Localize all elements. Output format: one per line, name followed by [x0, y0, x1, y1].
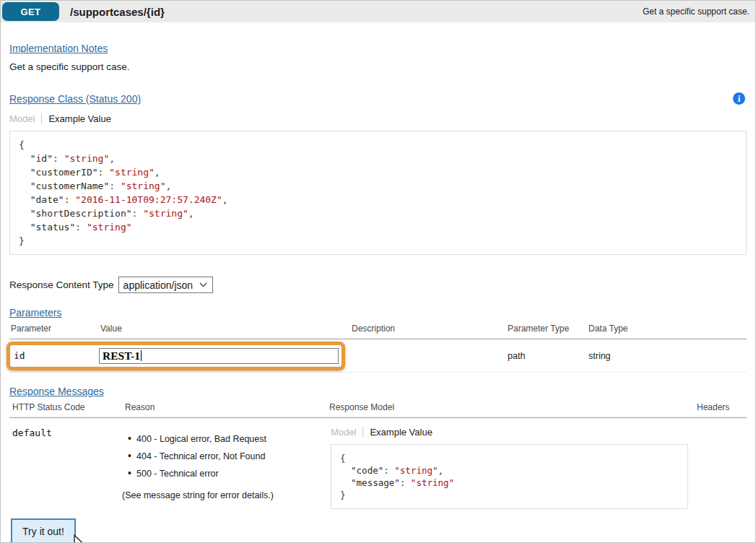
endpoint-summary: Get a specific support case.	[643, 6, 750, 17]
col-parameter: Parameter	[9, 323, 99, 334]
error-example-code: { "code": "string", "message": "string"}	[331, 444, 688, 509]
col-data-type: Data Type	[587, 323, 747, 334]
parameter-value-text: REST-1	[103, 349, 140, 362]
reason-item: 400 - Logical error, Bad Request	[128, 434, 326, 445]
col-parameter-type: Parameter Type	[506, 323, 587, 334]
status-code: default	[9, 425, 122, 438]
tab-divider	[362, 427, 363, 438]
endpoint-header: GET /supportcases/{id} Get a specific su…	[1, 1, 755, 22]
implementation-notes-text: Get a specific support case.	[9, 61, 747, 72]
col-http-status-code: HTTP Status Code	[9, 402, 122, 412]
col-value: Value	[99, 323, 350, 334]
response-content-type-label: Response Content Type	[9, 279, 114, 290]
reason-note: (See message string for error details.)	[122, 490, 326, 500]
col-description: Description	[350, 323, 506, 334]
tab-model[interactable]: Model	[331, 427, 356, 438]
response-message-row: default 400 - Logical error, Bad Request…	[9, 418, 747, 509]
reason-item: 500 - Technical error	[128, 469, 326, 479]
parameter-name: id	[9, 350, 99, 361]
reason-item: 404 - Technical error, Not Found	[128, 451, 326, 462]
implementation-notes-link[interactable]: Implementation Notes	[9, 43, 108, 54]
col-reason: Reason	[122, 402, 326, 412]
parameter-value-input[interactable]: REST-1	[99, 348, 339, 364]
tab-divider	[41, 113, 42, 124]
parameter-row: id REST-1 path string	[9, 339, 747, 373]
endpoint-body: Implementation Notes Get a specific supp…	[1, 42, 755, 543]
response-content-type-value: application/json	[123, 279, 194, 291]
info-icon[interactable]: i	[733, 92, 745, 105]
text-caret	[141, 350, 142, 361]
api-doc-page: { "colors": { "method_badge": "#0f6b91",…	[0, 0, 756, 543]
parameter-type: path	[506, 351, 587, 361]
response-class-link[interactable]: Response Class (Status 200)	[9, 93, 141, 105]
tab-model[interactable]: Model	[9, 113, 35, 124]
response-messages-table: HTTP Status Code Reason Response Model H…	[9, 402, 747, 509]
response-example-code: { "id": "string", "customerID": "string"…	[9, 131, 747, 255]
chevron-down-icon	[199, 282, 207, 287]
try-it-out-button[interactable]: Try it out!	[11, 518, 76, 543]
reason-cell: 400 - Logical error, Bad Request 404 - T…	[122, 425, 326, 500]
response-messages-header: HTTP Status Code Reason Response Model H…	[9, 402, 747, 418]
col-headers: Headers	[694, 402, 747, 412]
reason-list: 400 - Logical error, Bad Request 404 - T…	[122, 434, 326, 479]
response-model-cell: Model Example Value { "code": "string", …	[326, 425, 694, 509]
response-content-type-select[interactable]: application/json	[118, 277, 214, 293]
parameter-data-type: string	[587, 351, 747, 361]
response-messages-link[interactable]: Response Messages	[9, 386, 104, 397]
parameters-table: Parameter Value Description Parameter Ty…	[9, 323, 747, 373]
response-model-tabs: Model Example Value	[326, 427, 694, 438]
response-class-tabs: Model Example Value	[9, 113, 747, 124]
tab-example-value[interactable]: Example Value	[48, 113, 110, 124]
http-method-badge[interactable]: GET	[2, 2, 59, 21]
endpoint-path[interactable]: /supportcases/{id}	[70, 6, 165, 18]
col-response-model: Response Model	[326, 402, 694, 412]
parameters-table-header: Parameter Value Description Parameter Ty…	[9, 323, 747, 339]
tab-example-value[interactable]: Example Value	[370, 427, 432, 438]
parameters-link[interactable]: Parameters	[9, 307, 61, 318]
